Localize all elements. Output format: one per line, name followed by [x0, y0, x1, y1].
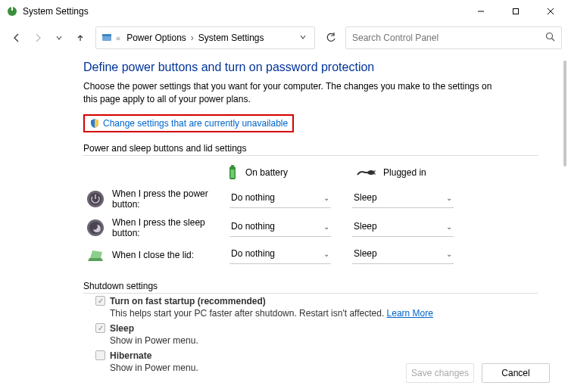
change-settings-highlight: Change settings that are currently unava…: [83, 114, 294, 132]
setting-row-power-button: When I press the power button: Do nothin…: [83, 188, 507, 210]
sleep-button-label: When I press the sleep button:: [112, 217, 229, 238]
shutdown-item-sleep: Sleep Show in Power menu.: [95, 323, 507, 346]
lid-plugged-select[interactable]: Sleep⌄: [352, 246, 454, 264]
setting-row-sleep-button: When I press the sleep button: Do nothin…: [83, 217, 507, 238]
shutdown-section-heading: Shutdown settings: [83, 281, 507, 291]
cancel-button[interactable]: Cancel: [482, 363, 550, 383]
nav-row: « Power Options › System Settings: [0, 23, 568, 53]
search-box[interactable]: [345, 26, 562, 49]
svg-line-9: [552, 39, 555, 42]
change-settings-link[interactable]: Change settings that are currently unava…: [103, 118, 288, 129]
lid-battery-select[interactable]: Do nothing⌄: [229, 246, 331, 264]
fast-startup-label: Turn on fast startup (recommended): [110, 296, 266, 306]
page-description: Choose the power settings that you want …: [83, 80, 507, 107]
buttons-section-heading: Power and sleep buttons and lid settings: [83, 143, 507, 154]
search-icon: [545, 32, 555, 44]
power-button-icon: [86, 190, 105, 208]
fast-startup-desc: This helps start your PC faster after sh…: [110, 308, 384, 319]
svg-point-8: [547, 33, 553, 39]
column-headers: On battery Plugged in: [227, 164, 507, 181]
svg-rect-12: [231, 170, 235, 178]
on-battery-label: On battery: [245, 167, 288, 178]
refresh-button[interactable]: [320, 26, 342, 49]
setting-row-lid: When I close the lid: Do nothing⌄ Sleep⌄: [83, 246, 507, 264]
sleep-button-plugged-select[interactable]: Sleep⌄: [352, 219, 454, 237]
chevron-right-icon: ›: [189, 33, 195, 43]
svg-rect-3: [513, 9, 519, 14]
fast-startup-checkbox[interactable]: [95, 296, 105, 306]
power-button-plugged-select[interactable]: Sleep⌄: [352, 190, 454, 208]
svg-rect-7: [102, 34, 111, 36]
forward-button[interactable]: [27, 27, 48, 48]
breadcrumb-power-options[interactable]: Power Options: [123, 33, 189, 43]
address-bar[interactable]: « Power Options › System Settings: [95, 26, 315, 49]
shield-icon: [89, 118, 100, 129]
sleep-button-battery-select[interactable]: Do nothing⌄: [229, 219, 331, 237]
window-title: System Settings: [23, 6, 89, 17]
lid-label: When I close the lid:: [112, 250, 229, 260]
chevron-down-icon: ⌄: [323, 194, 329, 202]
breadcrumb-system-settings[interactable]: System Settings: [195, 33, 267, 43]
sleep-label: Sleep: [110, 323, 134, 334]
sleep-checkbox[interactable]: [95, 323, 105, 333]
power-button-battery-select[interactable]: Do nothing⌄: [229, 190, 331, 208]
main-content: Define power buttons and turn on passwor…: [83, 61, 507, 378]
svg-rect-11: [231, 165, 234, 167]
chevron-left-icon: «: [116, 33, 120, 42]
chevron-down-icon: ⌄: [446, 194, 452, 202]
footer-buttons: Save changes Cancel: [406, 363, 550, 383]
title-bar: System Settings: [0, 0, 568, 23]
plugged-in-header: Plugged in: [356, 167, 426, 178]
svg-point-13: [367, 170, 375, 175]
power-button-label: When I press the power button:: [112, 188, 229, 210]
app-icon: [6, 5, 18, 17]
recent-locations-button[interactable]: [48, 27, 70, 48]
plugged-in-label: Plugged in: [383, 167, 426, 178]
plug-icon: [356, 167, 376, 178]
chevron-down-icon: ⌄: [323, 222, 329, 231]
back-button[interactable]: [6, 27, 27, 48]
hibernate-checkbox[interactable]: [95, 350, 105, 360]
scrollbar[interactable]: [563, 61, 566, 166]
chevron-down-icon: ⌄: [323, 250, 329, 258]
search-input[interactable]: [352, 33, 545, 43]
page-title: Define power buttons and turn on passwor…: [83, 61, 507, 74]
sleep-button-icon: [86, 219, 105, 237]
control-panel-icon: [101, 32, 113, 44]
maximize-button[interactable]: [498, 0, 533, 23]
up-button[interactable]: [70, 27, 91, 48]
sleep-desc: Show in Power menu.: [110, 335, 507, 346]
close-button[interactable]: [533, 0, 568, 23]
learn-more-link[interactable]: Learn More: [387, 308, 433, 319]
save-changes-button[interactable]: Save changes: [406, 363, 474, 383]
window-controls: [463, 0, 568, 23]
hibernate-label: Hibernate: [110, 350, 151, 361]
address-dropdown-button[interactable]: [296, 33, 310, 43]
minimize-button[interactable]: [463, 0, 498, 23]
svg-rect-1: [11, 7, 13, 11]
laptop-lid-icon: [86, 246, 105, 264]
chevron-down-icon: ⌄: [446, 222, 452, 231]
shutdown-item-fast-startup: Turn on fast startup (recommended) This …: [95, 296, 507, 319]
on-battery-header: On battery: [227, 164, 288, 181]
chevron-down-icon: ⌄: [446, 250, 452, 258]
battery-icon: [227, 164, 238, 181]
